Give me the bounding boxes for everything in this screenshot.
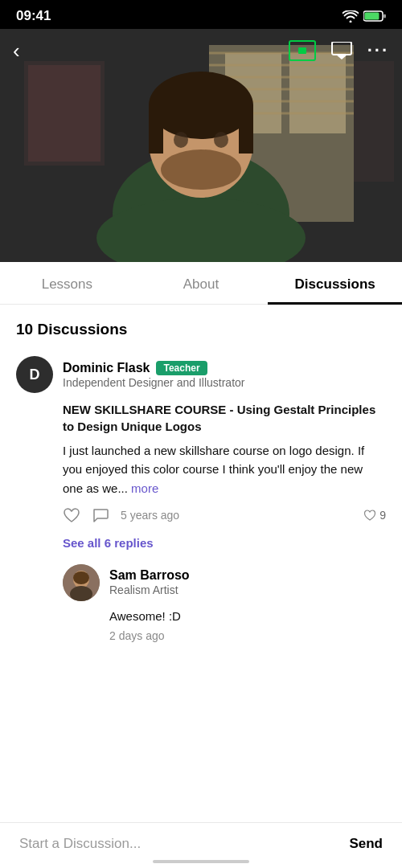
reply-time: 2 days ago [109, 629, 386, 642]
like-icon[interactable] [63, 507, 80, 523]
status-bar: 09:41 [0, 0, 402, 29]
reply-body: Awesome! :D 2 days ago [109, 608, 386, 642]
more-options-icon[interactable]: ··· [367, 40, 389, 61]
battery-icon [363, 10, 386, 22]
user-name-row: Dominic Flask Teacher [63, 361, 244, 375]
svg-rect-15 [354, 61, 394, 182]
post-time: 5 years ago [121, 509, 352, 522]
svg-point-24 [161, 149, 241, 190]
status-icons [343, 10, 386, 23]
svg-rect-26 [332, 42, 351, 55]
post-title: NEW SKILLSHARE COURSE - Using Gestalt Pr… [63, 401, 386, 435]
post-text: I just launched a new skillshare course … [63, 441, 386, 497]
svg-point-19 [149, 72, 253, 139]
svg-marker-27 [336, 55, 347, 59]
home-indicator [153, 860, 249, 863]
status-time: 09:41 [16, 8, 51, 24]
reply-avatar [63, 564, 100, 601]
tab-lessons[interactable]: Lessons [0, 262, 134, 304]
reply-item: Sam Barroso Realism Artist Awesome! :D 2… [63, 564, 386, 642]
svg-rect-1 [365, 13, 379, 20]
video-top-icons: ··· [289, 40, 389, 61]
svg-rect-14 [28, 65, 100, 162]
send-button[interactable]: Send [349, 836, 383, 852]
tab-about[interactable]: About [134, 262, 269, 304]
author-name: Dominic Flask [63, 361, 150, 375]
start-discussion-input[interactable]: Start a Discussion... [19, 836, 141, 852]
post-actions: 5 years ago 9 [63, 507, 386, 523]
author-info: Dominic Flask Teacher Independent Design… [63, 361, 244, 389]
reply-author-name: Sam Barroso [109, 568, 190, 583]
reply-author-title: Realism Artist [109, 583, 190, 596]
tabs-bar: Lessons About Discussions [0, 262, 402, 305]
author-row: D Dominic Flask Teacher Independent Desi… [16, 356, 386, 393]
svg-point-31 [73, 571, 89, 584]
video-controls-top: ‹ ··· [0, 29, 402, 72]
like-count: 9 [363, 509, 386, 522]
comment-icon[interactable] [92, 507, 109, 523]
teacher-badge: Teacher [156, 361, 207, 375]
cast-icon[interactable] [289, 40, 316, 61]
author-avatar: D [16, 356, 53, 393]
airplay-icon[interactable] [330, 42, 353, 59]
author-title: Independent Designer and Illustrator [63, 376, 244, 389]
video-player[interactable]: ‹ ··· [0, 29, 402, 262]
reply-author-row: Sam Barroso Realism Artist [63, 564, 386, 601]
back-button[interactable]: ‹ [13, 40, 20, 61]
svg-rect-2 [384, 14, 386, 18]
reply-avatar-img [63, 564, 100, 601]
wifi-icon [343, 10, 359, 23]
discussions-count: 10 Discussions [16, 321, 386, 338]
svg-point-22 [174, 132, 188, 148]
svg-rect-21 [239, 105, 253, 154]
discussion-item: D Dominic Flask Teacher Independent Desi… [16, 356, 386, 642]
see-replies-link[interactable]: See all 6 replies [63, 536, 386, 550]
svg-point-23 [214, 132, 228, 148]
heart-filled-icon [363, 510, 376, 521]
more-link[interactable]: more [131, 481, 158, 495]
content-area: 10 Discussions D Dominic Flask Teacher I… [0, 305, 402, 719]
discussion-body: NEW SKILLSHARE COURSE - Using Gestalt Pr… [63, 401, 386, 642]
reply-text: Awesome! :D [109, 608, 386, 624]
reply-author-info: Sam Barroso Realism Artist [109, 568, 190, 596]
svg-rect-20 [149, 105, 163, 154]
tab-discussions[interactable]: Discussions [268, 262, 402, 304]
avatar-initial: D [30, 366, 40, 383]
